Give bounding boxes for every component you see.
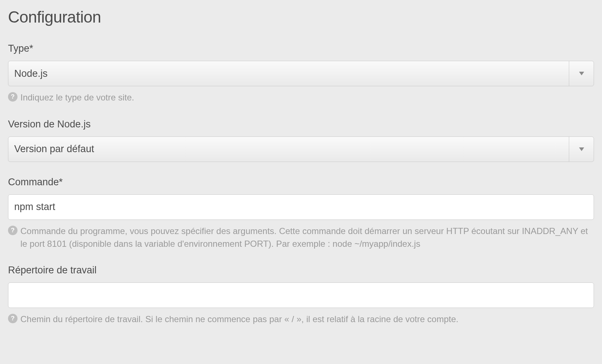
field-group-node-version: Version de Node.js Version par défaut	[8, 119, 594, 162]
workdir-label: Répertoire de travail	[8, 265, 594, 276]
command-help-text: Commande du programme, vous pouvez spéci…	[20, 225, 594, 250]
type-select-value[interactable]: Node.js	[8, 61, 569, 86]
type-help-text: Indiquez le type de votre site.	[20, 91, 134, 104]
node-version-select-caret[interactable]	[569, 137, 594, 162]
help-icon: ?	[8, 92, 17, 102]
type-select[interactable]: Node.js	[8, 61, 594, 86]
workdir-help-text: Chemin du répertoire de travail. Si le c…	[20, 313, 458, 326]
field-group-workdir: Répertoire de travail ? Chemin du répert…	[8, 265, 594, 326]
help-icon: ?	[8, 226, 17, 235]
command-input[interactable]	[8, 194, 594, 220]
workdir-help-row: ? Chemin du répertoire de travail. Si le…	[8, 313, 594, 326]
workdir-input[interactable]	[8, 282, 594, 308]
help-icon: ?	[8, 314, 17, 323]
node-version-label: Version de Node.js	[8, 119, 594, 130]
chevron-down-icon	[579, 70, 584, 77]
field-group-command: Commande* ? Commande du programme, vous …	[8, 177, 594, 250]
command-help-row: ? Commande du programme, vous pouvez spé…	[8, 225, 594, 250]
type-help-row: ? Indiquez le type de votre site.	[8, 91, 594, 104]
command-label: Commande*	[8, 177, 594, 188]
page-title: Configuration	[8, 8, 594, 26]
node-version-select-value[interactable]: Version par défaut	[8, 137, 569, 162]
type-select-caret[interactable]	[569, 61, 594, 86]
type-label: Type*	[8, 43, 594, 54]
chevron-down-icon	[579, 146, 584, 153]
node-version-select[interactable]: Version par défaut	[8, 136, 594, 162]
field-group-type: Type* Node.js ? Indiquez le type de votr…	[8, 43, 594, 104]
